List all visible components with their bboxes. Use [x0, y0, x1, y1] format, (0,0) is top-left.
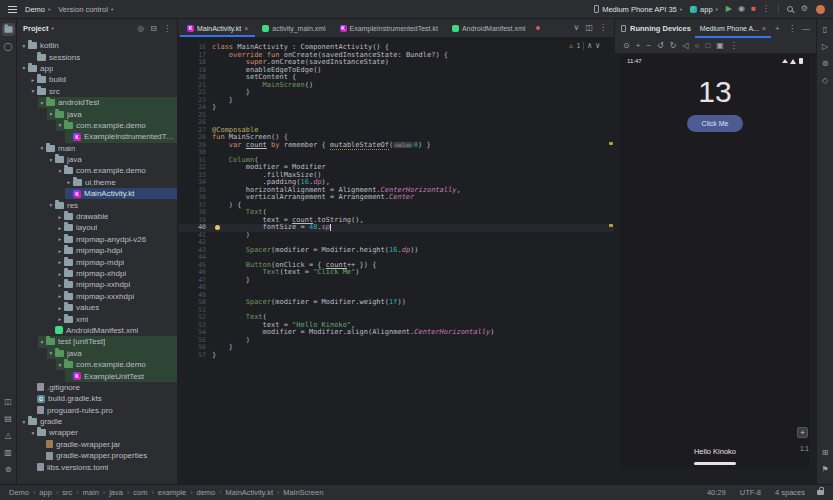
chevron-down-icon[interactable]: ▾ — [29, 88, 37, 94]
line-number[interactable]: 49 — [178, 292, 212, 300]
line-number[interactable]: 23 — [178, 97, 212, 105]
tree-item-mipmap-xxxhdpi[interactable]: ▸mipmap-xxxhdpi — [17, 291, 177, 302]
tree-item-sessions[interactable]: sessions — [17, 51, 177, 62]
run-config-selector[interactable]: app ▾ — [690, 5, 718, 14]
editor-tab-exampleinstrumentedtest-kt[interactable]: KExampleInstrumentedTest.kt — [333, 19, 445, 37]
code-line[interactable]: } — [212, 277, 606, 285]
line-number[interactable]: 21 — [178, 82, 212, 90]
breadcrumb-example[interactable]: example — [158, 488, 186, 497]
tree-item-gradle-wrapper-properties[interactable]: gradle-wrapper.properties — [17, 450, 177, 461]
inspection-widget[interactable]: ⚠ 1 ∧ ∨ — [569, 42, 600, 50]
line-number[interactable]: 38 — [178, 209, 212, 217]
line-number[interactable]: 43 — [178, 247, 212, 255]
breadcrumb-src[interactable]: src — [62, 488, 72, 497]
line-number[interactable]: 34 — [178, 179, 212, 187]
code-line[interactable]: } — [212, 352, 606, 360]
project-widget[interactable]: Demo ▾ — [25, 5, 50, 14]
rotate-left-icon[interactable]: ↺ — [657, 42, 664, 50]
breadcrumb-demo[interactable]: Demo — [9, 488, 29, 497]
line-number[interactable]: 39 — [178, 217, 212, 225]
code-line[interactable]: } — [212, 89, 606, 97]
split-editor-icon[interactable]: ◫ — [585, 24, 593, 32]
tree-item-app[interactable]: ▾app — [17, 63, 177, 74]
line-number[interactable]: 47 — [178, 277, 212, 285]
chevron-down-icon[interactable]: ▾ — [20, 419, 28, 425]
breadcrumb-app[interactable]: app — [39, 488, 52, 497]
code-line[interactable]: ) { — [212, 202, 606, 210]
stop-button[interactable]: ■ — [751, 5, 756, 13]
tree-item-androidtest[interactable]: ▾androidTest — [17, 97, 177, 108]
tree-item-com-example-demo[interactable]: ▾com.example.demo — [17, 120, 177, 131]
line-number[interactable]: 25 — [178, 112, 212, 120]
more-actions-icon[interactable]: ⋮ — [762, 5, 770, 13]
line-number[interactable]: 32 — [178, 164, 212, 172]
chevron-right-icon[interactable]: ▸ — [56, 248, 64, 254]
device-selector[interactable]: Medium Phone API 35 ▾ — [594, 5, 682, 14]
line-number[interactable]: 18 — [178, 59, 212, 67]
line-number[interactable]: 55 — [178, 337, 212, 345]
gradle-button[interactable]: ⊚ — [819, 57, 832, 70]
chevron-down-icon[interactable]: ▾ — [38, 100, 46, 106]
tree-item-mipmap-xhdpi[interactable]: ▸mipmap-xhdpi — [17, 268, 177, 279]
code-line[interactable]: fontSize = 48.sp — [212, 224, 606, 232]
code-line[interactable] — [212, 119, 606, 127]
breadcrumb-demo[interactable]: demo — [197, 488, 216, 497]
line-number[interactable]: 46 — [178, 269, 212, 277]
running-devices-button[interactable]: ▷ — [819, 40, 832, 53]
line-number[interactable]: 41 — [178, 232, 212, 240]
breadcrumb-java[interactable]: java — [109, 488, 123, 497]
chevron-right-icon[interactable]: ▸ — [56, 214, 64, 220]
breadcrumb-mainactivity-kt[interactable]: MainActivity.kt — [226, 488, 273, 497]
tree-item-ui-theme[interactable]: ▸ui.theme — [17, 177, 177, 188]
caret-position[interactable]: 40:29 — [707, 488, 726, 497]
code-line[interactable] — [212, 112, 606, 120]
line-number[interactable]: 52 — [178, 314, 212, 322]
chevron-right-icon[interactable]: ▸ — [56, 316, 64, 322]
problems-tool-button[interactable]: △ — [2, 429, 15, 442]
chevron-right-icon[interactable]: ▸ — [56, 293, 64, 299]
device-tab[interactable]: Medium Phone A... × — [695, 19, 771, 38]
add-device-tab-icon[interactable]: + — [775, 25, 780, 33]
warning-stripe-mark[interactable] — [609, 224, 613, 227]
tree-item-wrapper[interactable]: ▾wrapper — [17, 427, 177, 438]
main-menu-icon[interactable] — [8, 6, 17, 13]
code-line[interactable]: MainScreen() — [212, 82, 606, 90]
tree-item-mipmap-xxhdpi[interactable]: ▸mipmap-xxhdpi — [17, 279, 177, 290]
line-number[interactable]: 57 — [178, 352, 212, 360]
tree-item-kotlin[interactable]: ▾kotlin — [17, 40, 177, 51]
code-line[interactable]: } — [212, 104, 606, 112]
line-number[interactable]: 48 — [178, 284, 212, 292]
tree-item-libs-versions-toml[interactable]: libs.versions.toml — [17, 461, 177, 472]
editor-tab-activity-main-xml[interactable]: activity_main.xml — [255, 19, 332, 37]
more-icon[interactable]: ⋮ — [788, 25, 796, 33]
editor[interactable]: 1617181920212223242526272829303132333435… — [178, 38, 614, 484]
tree-item-exampleunittest[interactable]: KExampleUnitTest — [17, 370, 177, 381]
code-line[interactable]: Spacer(modifier = Modifier.weight(1f)) — [212, 299, 606, 307]
breadcrumb-com[interactable]: com — [133, 488, 147, 497]
zoom-in-button[interactable]: + — [797, 427, 808, 438]
line-number[interactable]: 53 — [178, 322, 212, 330]
line-number[interactable]: 40 — [178, 224, 212, 232]
line-number[interactable]: 30 — [178, 149, 212, 157]
tree-item-src[interactable]: ▾src — [17, 86, 177, 97]
screenshot-icon[interactable]: ▣ — [716, 42, 724, 50]
line-number[interactable]: 20 — [178, 74, 212, 82]
chevron-down-icon[interactable]: ▾ — [47, 350, 55, 356]
next-problem-icon[interactable]: ∨ — [595, 42, 600, 50]
chevron-right-icon[interactable]: ▸ — [56, 259, 64, 265]
line-number[interactable]: 28 — [178, 134, 212, 142]
rotate-right-icon[interactable]: ↻ — [670, 42, 677, 50]
line-number[interactable]: 51 — [178, 307, 212, 315]
chevron-down-icon[interactable]: ▾ — [47, 157, 55, 163]
tree-item-gradle-wrapper-jar[interactable]: gradle-wrapper.jar — [17, 439, 177, 450]
line-number[interactable]: 54 — [178, 329, 212, 337]
tree-item-androidmanifest-xml[interactable]: AndroidManifest.xml — [17, 325, 177, 336]
line-number[interactable]: 17 — [178, 52, 212, 60]
tree-item-gitignore[interactable]: .gitignore — [17, 382, 177, 393]
line-number[interactable]: 19 — [178, 67, 212, 75]
editor-tab-mainactivity-kt[interactable]: KMainActivity.kt× — [180, 19, 255, 37]
chevron-down-icon[interactable]: ▾ — [56, 168, 64, 174]
line-number[interactable]: 56 — [178, 344, 212, 352]
indent-style[interactable]: 4 spaces — [775, 488, 805, 497]
code-line[interactable]: verticalArrangement = Arrangement.Center — [212, 194, 606, 202]
